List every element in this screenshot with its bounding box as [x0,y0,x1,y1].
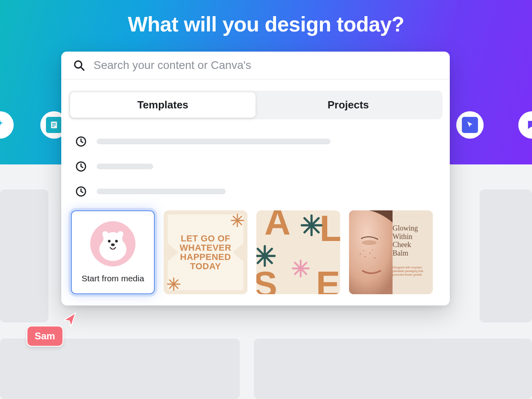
bg-action-pill [456,111,484,139]
svg-rect-2 [52,125,56,125]
letter-e: E [316,264,340,294]
svg-point-41 [363,250,364,251]
bg-placeholder-tile [0,339,240,399]
template-suggestions-row: Start from media LET GO OF WHATEVER HAPP… [61,207,450,305]
letter-a: A [264,210,291,243]
svg-point-38 [365,256,366,257]
bg-placeholder-tile [254,339,532,399]
face-image-placeholder [349,210,393,294]
clock-icon [75,160,87,172]
svg-point-14 [111,243,115,246]
collaborator-cursor [60,310,78,328]
search-bar[interactable] [61,52,450,79]
starburst-icon [230,213,245,228]
clock-icon [75,135,87,148]
search-icon [73,59,85,72]
hero-title: What will you design today? [0,12,532,36]
search-input[interactable] [94,59,438,72]
bg-placeholder-tile [480,189,532,322]
chat-icon [526,119,532,131]
starburst-icon [256,245,276,267]
svg-point-40 [374,258,375,258]
svg-point-13 [115,240,118,243]
balm-text-panel: Glowing Within Cheek Balm Designed with … [393,224,430,276]
start-media-label: Start from media [81,274,144,283]
recent-item[interactable] [75,179,438,204]
svg-line-5 [81,67,84,70]
tab-projects[interactable]: Projects [256,92,441,118]
cursor-icon [60,310,78,328]
svg-rect-35 [349,210,393,294]
dog-avatar-icon [90,221,135,266]
sparkle-icon [0,119,6,131]
svg-point-37 [360,254,361,254]
template-quote-card[interactable]: LET GO OF WHATEVER HAPPENED TODAY [164,210,247,294]
template-balm-card[interactable]: SEED & NATURE CO. Glowing Within Cheek B… [349,210,433,294]
recent-item[interactable] [75,129,438,154]
search-dropdown-panel: Templates Projects [61,52,450,305]
start-media-thumbnail [90,221,135,266]
starburst-icon [166,276,181,292]
letter-l: L [320,210,340,249]
template-letters-card[interactable]: A L S E [256,210,340,294]
recent-placeholder-bar [97,164,153,169]
letter-s: S [256,264,277,294]
svg-point-12 [108,240,111,243]
recent-item[interactable] [75,154,438,179]
document-icon [50,121,58,129]
svg-point-39 [370,253,370,254]
clock-icon [75,185,87,197]
bg-placeholder-tile [0,189,48,322]
recent-placeholder-bar [97,189,226,194]
quote-text: LET GO OF WHATEVER HAPPENED TODAY [172,234,239,271]
tab-templates[interactable]: Templates [70,92,256,118]
start-from-media-card[interactable]: Start from media [71,210,155,294]
svg-point-42 [372,249,373,250]
svg-rect-1 [52,123,56,124]
collaborator-name-tag: Sam [27,326,63,347]
starburst-icon [301,214,322,236]
recent-searches-list [61,119,450,207]
search-tabs: Templates Projects [69,91,443,119]
recent-placeholder-bar [97,139,330,144]
cursor-fill-icon [466,121,474,129]
svg-point-36 [362,240,376,245]
starburst-icon [292,260,310,277]
svg-rect-3 [52,126,54,127]
balm-brand: SEED & NATURE CO. [392,214,428,218]
